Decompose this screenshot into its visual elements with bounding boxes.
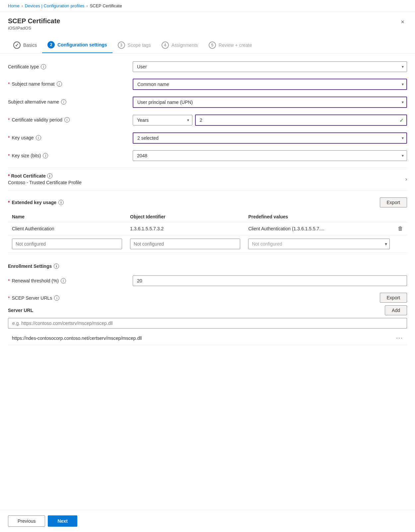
key-usage-control: 2 selected ▾: [133, 132, 407, 144]
key-usage-row: Key usage i 2 selected ▾: [8, 132, 407, 144]
subject-name-format-select[interactable]: Common name: [133, 79, 407, 90]
step-configuration[interactable]: 2 Configuration settings: [42, 37, 112, 53]
step-basics[interactable]: ✓ Basics: [8, 38, 42, 53]
page-title: SCEP Certificate: [8, 17, 60, 25]
key-size-info-icon[interactable]: i: [43, 153, 48, 158]
renewal-threshold-row: Renewal threshold (%) i: [8, 275, 407, 286]
renewal-threshold-control: [133, 275, 407, 286]
breadcrumb: Home › Devices | Configuration profiles …: [0, 0, 415, 12]
validity-number-input[interactable]: [195, 114, 407, 126]
page-header: SCEP Certificate iOS/iPadOS ×: [0, 12, 415, 31]
enrollment-info-icon[interactable]: i: [54, 264, 59, 269]
validity-number-wrapper: ✓: [195, 114, 407, 126]
subject-alt-name-label: Subject alternative name i: [8, 97, 127, 105]
certificate-type-select[interactable]: User: [133, 61, 407, 72]
eku-info-icon[interactable]: i: [58, 200, 64, 205]
step-review-label: Review + create: [219, 42, 252, 48]
breadcrumb-home[interactable]: Home: [8, 3, 20, 8]
step-scope[interactable]: 3 Scope tags: [112, 38, 156, 53]
eku-new-oid-cell: [126, 235, 244, 253]
close-button[interactable]: ×: [398, 17, 407, 27]
scep-add-button[interactable]: Add: [385, 305, 407, 315]
breadcrumb-devices[interactable]: Devices | Configuration profiles: [25, 3, 85, 8]
eku-new-oid-input[interactable]: [130, 239, 240, 249]
enrollment-settings-section: Enrollment Settings i Renewal threshold …: [8, 264, 407, 345]
step-configuration-label: Configuration settings: [57, 42, 107, 47]
eku-col-oid: Object Identifier: [126, 211, 244, 222]
step-assignments-label: Assignments: [172, 42, 198, 48]
renewal-threshold-label: Renewal threshold (%) i: [8, 275, 127, 283]
root-cert-label: * Root Certificate i: [8, 173, 82, 179]
certificate-type-select-wrapper: User ▾: [133, 61, 407, 72]
validity-period-info-icon[interactable]: i: [64, 117, 70, 122]
table-row: Client Authentication 1.3.6.1.5.5.7.3.2 …: [8, 222, 407, 235]
eku-header-row: * Extended key usage i Export: [8, 197, 407, 207]
previous-button[interactable]: Previous: [8, 515, 45, 527]
certificate-type-info-icon[interactable]: i: [41, 64, 46, 69]
step-assignments[interactable]: 4 Assignments: [156, 38, 203, 53]
subject-alt-name-info-icon[interactable]: i: [61, 99, 66, 105]
eku-export-button[interactable]: Export: [380, 197, 407, 207]
renewal-threshold-info-icon[interactable]: i: [61, 278, 66, 283]
next-button[interactable]: Next: [48, 515, 77, 527]
subject-name-format-control: Common name ▾: [133, 79, 407, 90]
subject-name-select-wrapper: Common name ▾: [133, 79, 407, 90]
subject-name-info-icon[interactable]: i: [57, 81, 62, 87]
url-entry-text: https://ndes-contosocorp.contoso.net/cer…: [12, 336, 142, 341]
validity-period-row: Certificate validity period i Years ▾ ✓: [8, 114, 407, 126]
eku-table: Name Object Identifier Predefined values…: [8, 211, 407, 253]
validity-check-icon: ✓: [399, 117, 404, 123]
scep-export-button[interactable]: Export: [380, 293, 407, 303]
enrollment-title-text: Enrollment Settings: [8, 264, 52, 269]
eku-new-predefined-select[interactable]: Not configured: [248, 239, 390, 249]
server-url-header-row: Server URL Add: [8, 305, 407, 315]
extended-key-usage-section: * Extended key usage i Export Name Objec…: [8, 197, 407, 253]
eku-row-name: Client Authentication: [8, 222, 126, 235]
subject-name-format-label: Subject name format i: [8, 79, 127, 87]
scep-url-input[interactable]: [8, 318, 407, 329]
footer: Previous Next: [0, 510, 415, 532]
scep-server-urls-section: SCEP Server URLs i Export Server URL Add…: [8, 293, 407, 345]
step-basics-circle: ✓: [13, 41, 21, 49]
validity-period-control: Years ▾ ✓: [133, 114, 407, 126]
url-entry-ellipsis-button[interactable]: ···: [396, 335, 403, 342]
step-review[interactable]: 5 Review + create: [203, 38, 257, 53]
root-cert-info-icon[interactable]: i: [47, 173, 52, 179]
step-assignments-circle: 4: [162, 41, 169, 49]
scep-urls-info-icon[interactable]: i: [54, 295, 59, 301]
key-size-select-wrapper: 2048 ▾: [133, 150, 407, 161]
subject-name-format-row: Subject name format i Common name ▾: [8, 79, 407, 90]
subject-alt-name-select[interactable]: User principal name (UPN): [133, 97, 407, 108]
eku-row-delete-icon[interactable]: 🗑: [398, 226, 403, 231]
eku-row-predefined: Client Authentication (1.3.6.1.5.5.7....: [244, 222, 394, 235]
step-configuration-circle: 2: [47, 41, 55, 48]
breadcrumb-separator-1: ›: [22, 4, 23, 8]
certificate-type-row: Certificate type i User ▾: [8, 61, 407, 72]
key-size-select[interactable]: 2048: [133, 150, 407, 161]
step-scope-label: Scope tags: [128, 42, 151, 48]
main-content: Certificate type i User ▾ Subject name f…: [0, 53, 415, 510]
key-usage-select[interactable]: 2 selected: [133, 132, 407, 144]
breadcrumb-separator-2: ›: [86, 4, 88, 8]
eku-row-oid: 1.3.6.1.5.5.7.3.2: [126, 222, 244, 235]
breadcrumb-current: SCEP Certificate: [90, 3, 122, 8]
eku-section-title: * Extended key usage i: [8, 200, 64, 205]
step-review-circle: 5: [209, 41, 216, 49]
key-size-label: Key size (bits) i: [8, 150, 127, 158]
enrollment-title: Enrollment Settings i: [8, 264, 407, 269]
certificate-type-control: User ▾: [133, 61, 407, 72]
validity-period-label: Certificate validity period i: [8, 114, 127, 122]
validity-unit-select[interactable]: Years: [133, 115, 192, 125]
root-certificate-section: * Root Certificate i Contoso - Trusted C…: [8, 168, 407, 191]
key-usage-info-icon[interactable]: i: [36, 135, 41, 140]
certificate-type-label: Certificate type i: [8, 61, 127, 69]
renewal-threshold-input[interactable]: [133, 275, 407, 286]
subject-alt-name-select-wrapper: User principal name (UPN) ▾: [133, 97, 407, 108]
key-usage-label: Key usage i: [8, 132, 127, 140]
eku-new-name-input[interactable]: [12, 239, 122, 249]
key-usage-select-wrapper: 2 selected ▾: [133, 132, 407, 144]
eku-col-predefined: Predefined values: [244, 211, 394, 222]
root-cert-chevron-right-icon[interactable]: ›: [405, 176, 407, 182]
root-cert-title: Root Certificate: [11, 173, 45, 179]
eku-row-delete-cell: 🗑: [394, 222, 407, 235]
